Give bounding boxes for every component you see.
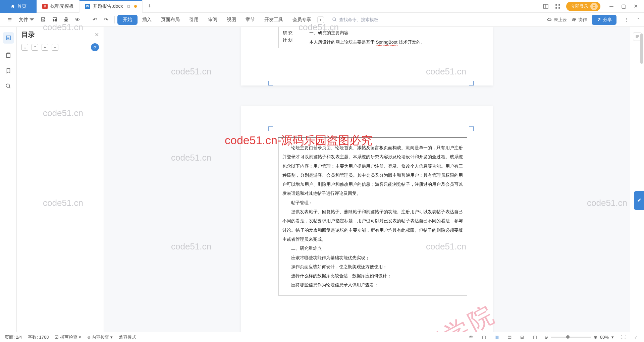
print-icon[interactable]: 🖶	[62, 15, 70, 24]
expand-tool[interactable]: ⌃	[32, 44, 38, 51]
word-count[interactable]: 字数: 1768	[28, 334, 49, 340]
add-tool[interactable]: +	[42, 44, 48, 51]
search-icon[interactable]	[5, 82, 12, 90]
fullscreen-icon[interactable]: ⤢	[633, 334, 639, 341]
zoom-in-icon[interactable]: ⊕	[594, 335, 597, 340]
ribbon-search[interactable]: 查找命令、搜索模板	[332, 17, 378, 23]
read-mode-icon[interactable]: 👁	[468, 334, 475, 341]
svg-rect-4	[555, 7, 557, 9]
page-indicator[interactable]: 页面: 2/4	[5, 334, 22, 340]
body3c: 选择什么样的数据库比较合适，数据库应如何设计；	[282, 271, 463, 280]
page-2: 商学院 论坛主要由登录页面、论坛首页、跟帖及留言板页面构成。流向是单一的，只有用…	[241, 106, 493, 332]
more-menu-icon[interactable]: ›	[317, 16, 324, 23]
redo-icon[interactable]: ↷	[102, 15, 110, 24]
collapse-tool[interactable]: ⌄	[21, 44, 28, 51]
p1-line2: 本人所设计的网上论坛主要是基于 SpringBoot 技术开发的。	[301, 39, 464, 45]
watermark-pink: 商学院	[414, 297, 502, 332]
outline-title: 目录	[21, 30, 35, 39]
margin-corner	[268, 81, 273, 86]
left-sidebar	[0, 27, 17, 332]
save2-icon[interactable]: 🖬	[50, 15, 59, 24]
menu-layout[interactable]: 页面布局	[156, 13, 184, 27]
body3d: 应将哪些信息作为论坛信息录入供用户查看；	[282, 280, 463, 289]
login-button[interactable]: 立即登录	[566, 2, 600, 11]
content-check[interactable]: ⊙ 内容检查 ▾	[87, 334, 113, 340]
minimize-icon[interactable]: ─	[608, 3, 615, 10]
menu-insert[interactable]: 插入	[138, 13, 156, 27]
collab-button[interactable]: 协作	[572, 17, 587, 23]
tab-home-label: 首页	[17, 3, 26, 9]
close-icon[interactable]: ✕	[632, 3, 639, 10]
tab-add[interactable]: +	[143, 0, 156, 13]
view4-icon[interactable]: ⊞	[519, 334, 526, 341]
svg-rect-2	[555, 4, 557, 6]
sync-icon[interactable]: ⟳	[91, 43, 99, 51]
outline-close-icon[interactable]: ✕	[95, 32, 99, 38]
svg-rect-3	[558, 4, 560, 6]
menu-start[interactable]: 开始	[117, 15, 138, 25]
tab-document[interactable]: W 开题报告.docx ⧉	[79, 0, 143, 13]
vertical-scrollbar[interactable]	[639, 27, 644, 315]
zoom-slider[interactable]	[551, 337, 591, 338]
apps-icon[interactable]	[554, 3, 561, 10]
svg-point-10	[333, 18, 336, 21]
spell-check[interactable]: ☑ 拼写检查 ▾	[55, 334, 81, 340]
svg-point-6	[593, 5, 595, 6]
login-label: 立即登录	[571, 3, 588, 9]
fit-icon[interactable]: ⛶	[620, 334, 627, 341]
svg-point-19	[6, 84, 10, 88]
document-area[interactable]: 研 究 计 划 一、研究的主要内容 本人所设计的网上论坛主要是基于 Spring…	[104, 27, 630, 332]
word-icon: W	[85, 4, 90, 9]
more-icon[interactable]: ⋮	[625, 17, 629, 22]
menu-refs[interactable]: 引用	[184, 13, 203, 27]
collapse-icon[interactable]: ⌃	[637, 17, 640, 22]
outline-icon[interactable]	[3, 32, 14, 44]
svg-line-11	[335, 20, 336, 21]
file-menu[interactable]: 文件	[15, 17, 38, 23]
body2: 提供发表帖子、回复帖子、删除帖子和浏览帖子的功能。注册用户可以发表帖子表达自己不…	[282, 207, 463, 244]
view5-icon[interactable]: ◫	[532, 334, 538, 341]
unsaved-dot	[134, 5, 137, 8]
plan-cell: 一、研究的主要内容 本人所设计的网上论坛主要是基于 SpringBoot 技术开…	[297, 27, 467, 48]
view2-icon[interactable]: ▥	[493, 334, 500, 341]
save-icon[interactable]: 🖫	[39, 15, 48, 24]
remove-tool[interactable]: −	[52, 44, 58, 51]
outline-panel: 目录 ✕ ⌄ ⌃ + − ⟳	[17, 27, 104, 332]
menu-view[interactable]: 视图	[222, 13, 241, 27]
zoom-control[interactable]: ⊖ ⊕ 80% ▾	[544, 335, 614, 340]
search-placeholder: 查找命令、搜索模板	[339, 17, 378, 23]
view1-icon[interactable]: ▢	[481, 334, 487, 341]
zoom-value[interactable]: 80%	[600, 335, 609, 340]
undo-icon[interactable]: ↶	[90, 15, 99, 24]
preview-icon[interactable]: 👁	[73, 15, 82, 24]
svg-rect-14	[6, 36, 10, 40]
view3-icon[interactable]: ▤	[506, 334, 513, 341]
zoom-out-icon[interactable]: ⊖	[544, 335, 548, 340]
margin-corner	[469, 126, 474, 131]
feedback-tab[interactable]	[634, 191, 644, 210]
margin-corner	[469, 81, 474, 86]
bookmark-icon[interactable]	[5, 67, 12, 74]
cloud-button[interactable]: 未上云	[547, 17, 567, 23]
tab-3-label: 开题报告.docx	[93, 3, 123, 9]
page-1: 研 究 计 划 一、研究的主要内容 本人所设计的网上论坛主要是基于 Spring…	[241, 27, 493, 86]
ribbon: 文件 🖫 🖬 🖶 👁 ↶ ↷ 开始 插入 页面布局 引用 审阅 视图 章节 开发…	[0, 13, 644, 27]
menu-icon[interactable]	[5, 15, 14, 24]
scroll-thumb[interactable]	[640, 34, 643, 64]
layout-icon[interactable]	[542, 3, 549, 10]
share-button[interactable]: 分享	[592, 15, 616, 25]
window-icon[interactable]: ⧉	[127, 3, 130, 9]
body3b: 操作页面应该如何设计，使之既美观还方便使用；	[282, 262, 463, 271]
tab-templates[interactable]: D 找稻壳模板	[37, 0, 79, 13]
menu-vip[interactable]: 会员专享	[288, 13, 316, 27]
tab-home[interactable]: 首页	[0, 0, 37, 13]
menu-chapter[interactable]: 章节	[241, 13, 260, 27]
body1: 论坛主要由登录页面、论坛首页、跟帖及留言板页面构成。流向是单一的，只有用户注册并…	[282, 143, 463, 198]
menu-dev[interactable]: 开发工具	[260, 13, 288, 27]
clipboard-icon[interactable]	[5, 52, 12, 59]
svg-point-13	[574, 18, 576, 20]
svg-line-20	[9, 87, 10, 88]
compat-mode[interactable]: 兼容模式	[119, 334, 136, 340]
maximize-icon[interactable]: ▢	[620, 3, 627, 10]
menu-review[interactable]: 审阅	[203, 13, 222, 27]
